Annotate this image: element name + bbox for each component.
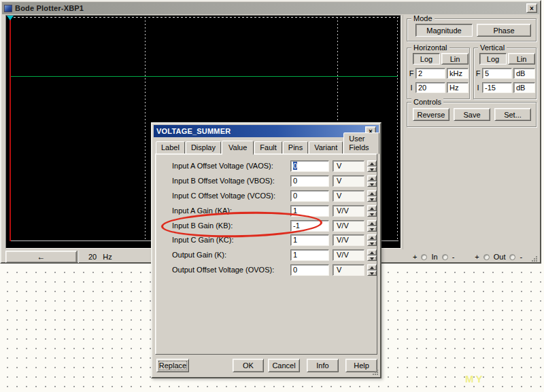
prop-row-kb: Input B Gain (KB): -1 V/V bbox=[156, 220, 377, 232]
horizontal-lin-button[interactable]: Lin bbox=[441, 53, 469, 65]
vcos-unit: V bbox=[333, 190, 364, 202]
prop-row-k: Output Gain (K): 1 V/V bbox=[156, 249, 377, 261]
dialog-resize-grip[interactable] bbox=[372, 369, 379, 376]
bode-plotter-icon bbox=[4, 5, 12, 12]
ovos-unit: V bbox=[333, 264, 364, 276]
window-resize-grip[interactable] bbox=[531, 255, 538, 262]
prop-row-vcos: Input C Offset Voltage (VCOS): 0 V bbox=[156, 190, 377, 202]
tab-user-fields[interactable]: User Fields bbox=[343, 132, 379, 154]
vaos-unit: V bbox=[333, 160, 364, 172]
bode-settings-panel: Mode Magnitude Phase Horizontal Log Lin … bbox=[403, 15, 540, 249]
voltage-summer-dialog: VOLTAGE_SUMMER × Label Display Value Fau… bbox=[151, 122, 381, 378]
tab-pins[interactable]: Pins bbox=[283, 141, 308, 154]
kc-input[interactable]: 1 bbox=[290, 234, 329, 246]
vertical-f-value[interactable]: 5 bbox=[482, 68, 512, 79]
ka-input[interactable]: 1 bbox=[290, 205, 329, 217]
bode-titlebar[interactable]: Bode Plotter-XBP1 × bbox=[2, 2, 539, 14]
ka-label: Input A Gain (KA): bbox=[172, 207, 232, 215]
tab-fault[interactable]: Fault bbox=[254, 141, 282, 154]
save-button[interactable]: Save bbox=[454, 108, 490, 121]
prop-row-ka: Input A Gain (KA): 1 V/V bbox=[156, 205, 377, 217]
k-label: Output Gain (K): bbox=[172, 251, 226, 259]
ovos-spinner[interactable] bbox=[367, 264, 377, 276]
vertical-lin-button[interactable]: Lin bbox=[508, 53, 535, 65]
in-plus-terminal-icon bbox=[421, 254, 427, 260]
vertical-log-button[interactable]: Log bbox=[479, 53, 507, 65]
tab-display[interactable]: Display bbox=[186, 141, 221, 154]
bode-window-title: Bode Plotter-XBP1 bbox=[15, 4, 84, 12]
prop-row-ovos: Output Offset Voltage (OVOS): 0 V bbox=[156, 264, 377, 276]
terminal-labels: + In - + Out - bbox=[413, 251, 522, 262]
dialog-tabbar: Label Display Value Fault Pins Variant U… bbox=[156, 141, 380, 154]
vertical-i-label: I bbox=[475, 84, 481, 92]
watermark-text: MY bbox=[465, 373, 485, 385]
k-unit: V/V bbox=[333, 249, 364, 261]
out-plus-terminal-icon bbox=[483, 254, 490, 260]
in-label: In bbox=[431, 253, 437, 261]
vaos-spinner[interactable] bbox=[367, 160, 377, 172]
k-spinner[interactable] bbox=[367, 249, 377, 261]
horizontal-i-unit: Hz bbox=[447, 82, 469, 93]
plot-grid-vline-100hz bbox=[145, 17, 146, 241]
plot-grid-right-line bbox=[397, 17, 398, 241]
plot-grid-top-line bbox=[10, 17, 398, 18]
cursor-handle-icon[interactable] bbox=[7, 16, 14, 20]
kb-unit: V/V bbox=[333, 220, 364, 232]
cursor-frequency-readout: 20 Hz bbox=[78, 251, 154, 263]
kb-input[interactable]: -1 bbox=[290, 220, 329, 232]
tab-variant[interactable]: Variant bbox=[309, 141, 343, 154]
horizontal-i-label: I bbox=[409, 84, 414, 92]
info-button[interactable]: Info bbox=[307, 359, 339, 372]
horizontal-f-unit: kHz bbox=[447, 68, 469, 79]
kc-spinner[interactable] bbox=[367, 234, 377, 246]
vertical-i-unit: dB bbox=[513, 82, 535, 93]
phase-button[interactable]: Phase bbox=[477, 24, 531, 37]
horizontal-f-value[interactable]: 2 bbox=[415, 68, 445, 79]
horizontal-group: Horizontal Log Lin F 2 kHz I 20 Hz bbox=[407, 48, 470, 99]
replace-button[interactable]: Replace bbox=[156, 359, 189, 372]
out-plus-label: + bbox=[475, 253, 479, 261]
value-tab-page: Input A Offset Voltage (VAOS): 0 V Input… bbox=[155, 154, 377, 355]
tab-value[interactable]: Value bbox=[222, 141, 254, 155]
kb-spinner[interactable] bbox=[367, 220, 377, 232]
horizontal-i-value[interactable]: 20 bbox=[415, 82, 445, 93]
set-button[interactable]: Set... bbox=[494, 108, 531, 121]
vaos-input[interactable]: 0 bbox=[290, 160, 329, 172]
cursor-frequency-value: 20 bbox=[88, 253, 97, 261]
magnitude-button[interactable]: Magnitude bbox=[415, 24, 473, 37]
prop-row-vbos: Input B Offset Voltage (VBOS): 0 V bbox=[156, 175, 377, 187]
ka-spinner[interactable] bbox=[367, 205, 377, 217]
mode-group: Mode Magnitude Phase bbox=[407, 18, 537, 41]
cursor-frequency-unit: Hz bbox=[103, 253, 112, 261]
cancel-button[interactable]: Cancel bbox=[268, 359, 300, 372]
vcos-input[interactable]: 0 bbox=[290, 190, 329, 202]
horizontal-f-label: F bbox=[409, 69, 414, 77]
ka-unit: V/V bbox=[333, 205, 364, 217]
in-minus-terminal-icon bbox=[442, 254, 448, 260]
prop-row-vaos: Input A Offset Voltage (VAOS): 0 V bbox=[156, 160, 377, 172]
horizontal-group-label: Horizontal bbox=[411, 43, 449, 52]
magnitude-trace bbox=[10, 76, 398, 77]
vertical-group: Vertical Log Lin F 5 dB I -15 dB bbox=[473, 48, 537, 99]
dialog-title: VOLTAGE_SUMMER bbox=[156, 127, 231, 135]
cursor-line[interactable] bbox=[10, 17, 11, 241]
horizontal-log-button[interactable]: Log bbox=[413, 53, 440, 65]
kc-unit: V/V bbox=[333, 234, 364, 246]
vaos-label: Input A Offset Voltage (VAOS): bbox=[172, 162, 273, 170]
vcos-label: Input C Offset Voltage (VCOS): bbox=[172, 192, 275, 200]
ovos-input[interactable]: 0 bbox=[290, 264, 329, 276]
in-plus-label: + bbox=[413, 253, 417, 261]
k-input[interactable]: 1 bbox=[290, 249, 329, 261]
reverse-button[interactable]: Reverse bbox=[413, 108, 449, 121]
vertical-i-value[interactable]: -15 bbox=[482, 82, 512, 93]
vbos-spinner[interactable] bbox=[367, 175, 377, 187]
vcos-spinner[interactable] bbox=[367, 190, 377, 202]
tab-label[interactable]: Label bbox=[156, 141, 185, 154]
vertical-f-unit: dB bbox=[513, 68, 535, 79]
ok-button[interactable]: OK bbox=[233, 359, 264, 372]
out-label: Out bbox=[494, 253, 506, 261]
vertical-group-label: Vertical bbox=[478, 43, 507, 52]
scroll-left-button[interactable]: ← bbox=[5, 251, 77, 263]
bode-close-button[interactable]: × bbox=[526, 3, 537, 13]
vbos-input[interactable]: 0 bbox=[290, 175, 329, 187]
